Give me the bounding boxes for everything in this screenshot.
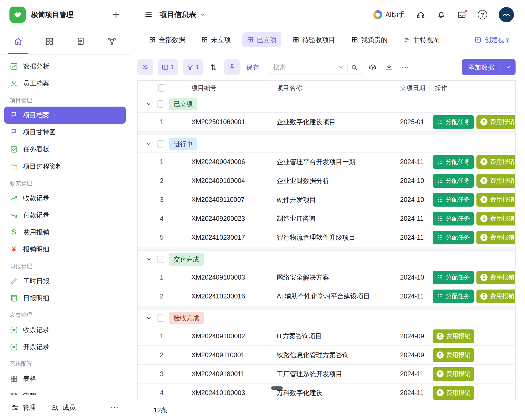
- sidebar-item-invoice-out[interactable]: 开票记录: [4, 338, 126, 355]
- view-settings-button[interactable]: [137, 59, 153, 75]
- group-checkbox[interactable]: [157, 100, 164, 108]
- sidebar-item-project-gantt[interactable]: 项目甘特图: [4, 124, 126, 141]
- expense-button[interactable]: $费用报销: [476, 212, 515, 225]
- save-button[interactable]: 保存: [245, 63, 261, 72]
- project-name: 工厂管理系统开发项目: [271, 365, 396, 384]
- view-tab-gantt[interactable]: 甘特视图: [399, 32, 444, 47]
- message-center-button[interactable]: [457, 10, 466, 19]
- group-collapse-button[interactable]: [145, 315, 152, 322]
- assign-task-button[interactable]: 分配任务: [433, 193, 474, 207]
- nav-tab-tables[interactable]: [39, 29, 60, 54]
- group-checkbox[interactable]: [157, 314, 164, 322]
- sidebar-item-expense[interactable]: $ 费用报销: [4, 224, 126, 241]
- sidebar-item-payments[interactable]: 付款记录: [4, 207, 126, 224]
- table-row[interactable]: 3 XM202409180011 工厂管理系统开发项目 2024-11 $费用报…: [138, 365, 515, 384]
- table-row[interactable]: 1 XM202501060001 企业数字化建设项目 2025-01 分配任务 …: [138, 113, 515, 132]
- table-row[interactable]: 5 XM202410230017 智行物流管理软件升级项目 2024-11 分配…: [138, 228, 515, 247]
- ai-assistant-button[interactable]: AI助手: [373, 10, 405, 19]
- table-row[interactable]: 2 XM202410230016 AI 辅助个性化学习平台建设项目 2024-1…: [138, 287, 515, 306]
- sidebar-item-data-analysis[interactable]: 数据分析: [4, 58, 126, 75]
- dollar-icon: $: [10, 228, 18, 236]
- hidden-fields-button[interactable]: 1: [158, 59, 178, 75]
- expense-button[interactable]: $费用报销: [476, 271, 515, 284]
- manage-button[interactable]: 管理: [11, 403, 36, 412]
- sidebar-item-invoice-in[interactable]: 收票记录: [4, 321, 126, 338]
- view-tab-pending-acceptance[interactable]: 待验收项目: [288, 32, 340, 47]
- view-tab-not-started[interactable]: 未立项: [197, 32, 235, 47]
- sidebar-item-task-board[interactable]: 任务看板: [4, 141, 126, 158]
- expense-button[interactable]: $费用报销: [433, 386, 474, 400]
- search-scope-chevron-icon[interactable]: [338, 64, 344, 70]
- group-collapse-button[interactable]: [145, 101, 152, 107]
- group-checkbox[interactable]: [157, 256, 164, 263]
- calculator-icon: [10, 294, 18, 302]
- search-input[interactable]: [273, 64, 335, 71]
- sidebar-item-work-daily[interactable]: 工时日报: [4, 272, 126, 290]
- expense-button[interactable]: $费用报销: [476, 193, 515, 207]
- assign-task-button[interactable]: 分配任务: [433, 290, 474, 303]
- table-row[interactable]: 1 XM202409040006 企业管理平台开发项目一期 2024-11 分配…: [138, 153, 515, 171]
- expense-button[interactable]: $费用报销: [433, 329, 474, 343]
- expense-button[interactable]: $费用报销: [476, 290, 515, 303]
- add-data-button[interactable]: 添加数据: [462, 59, 516, 75]
- sidebar-item-label: 员工档案: [23, 79, 49, 88]
- create-view-button[interactable]: 创建视图: [474, 35, 511, 44]
- sidebar-item-daily-detail[interactable]: 日报明细: [4, 290, 126, 307]
- expense-button[interactable]: $费用报销: [476, 115, 515, 129]
- assign-task-button[interactable]: 分配任务: [433, 271, 474, 284]
- table-row[interactable]: 4 XM202409200023 制造业IT咨询 2024-11 分配任务 $费…: [138, 209, 515, 228]
- horizontal-scrollbar-thumb[interactable]: [271, 386, 283, 390]
- assign-task-button[interactable]: 分配任务: [433, 212, 474, 225]
- assign-task-button[interactable]: 分配任务: [433, 174, 474, 188]
- support-button[interactable]: [416, 10, 425, 19]
- expense-button[interactable]: $费用报销: [476, 155, 515, 169]
- search-submit-button[interactable]: [351, 64, 358, 71]
- export-button[interactable]: [383, 63, 395, 71]
- import-button[interactable]: [367, 63, 379, 71]
- toolbar-more-button[interactable]: [400, 63, 411, 71]
- view-tab-approved[interactable]: 已立项: [242, 32, 281, 47]
- help-button[interactable]: ?: [478, 10, 487, 19]
- notifications-button[interactable]: [437, 10, 446, 19]
- pin-button[interactable]: [224, 59, 240, 75]
- assign-task-button[interactable]: 分配任务: [433, 115, 474, 129]
- user-avatar[interactable]: [499, 7, 514, 22]
- sidebar-more-button[interactable]: [110, 403, 119, 412]
- table-row[interactable]: 3 XM202409110007 硬件开发项目 2024-10 分配任务 $费用…: [138, 190, 515, 209]
- sidebar-item-flows[interactable]: 流程: [4, 387, 126, 395]
- sidebar-item-receipts[interactable]: 收款记录: [4, 190, 126, 207]
- sidebar-item-expense-detail[interactable]: ¥ 报销明细: [4, 241, 126, 258]
- group-collapse-button[interactable]: [145, 256, 152, 263]
- sidebar-item-tables[interactable]: 表格: [4, 370, 126, 387]
- table-row[interactable]: 2 XM202409100004 企业业财数据分析 2024-10 分配任务 $…: [138, 171, 515, 190]
- assign-task-button[interactable]: 分配任务: [433, 231, 474, 244]
- nav-tab-forms[interactable]: [70, 29, 91, 54]
- table-row[interactable]: 1 XM202409100003 网络安全解决方案 2024-10 分配任务 $…: [138, 268, 515, 287]
- group-checkbox[interactable]: [157, 140, 164, 148]
- view-tab-all-data[interactable]: 全部数据: [144, 32, 190, 47]
- table-row[interactable]: 2 XM202409110001 铁路信息化管理方案咨询 2024-09 $费用…: [138, 346, 515, 365]
- project-name: 企业数字化建设项目: [271, 113, 396, 132]
- sidebar-item-project-files[interactable]: 项目档案: [4, 107, 126, 124]
- add-workspace-button[interactable]: [112, 10, 120, 19]
- group-collapse-button[interactable]: [145, 140, 152, 147]
- table-row[interactable]: 4 XM202410100003 万科数字化建设 2024-11 $费用报销: [138, 384, 515, 402]
- view-title-wrap[interactable]: 项目信息表: [160, 10, 206, 20]
- expense-button[interactable]: $费用报销: [476, 174, 515, 188]
- filter-button[interactable]: 1: [183, 59, 203, 75]
- sidebar-item-label: 项目甘特图: [23, 128, 56, 136]
- select-all-checkbox[interactable]: [158, 84, 165, 92]
- expense-button[interactable]: $费用报销: [476, 231, 515, 244]
- members-button[interactable]: 成员: [51, 403, 76, 412]
- table-row[interactable]: 1 XM202409100002 IT方案咨询项目 2024-09 $费用报销: [138, 327, 515, 346]
- view-tab-my-projects[interactable]: 我负责的: [347, 32, 392, 47]
- nav-tab-workflow[interactable]: [102, 29, 122, 54]
- nav-tab-home[interactable]: [8, 29, 28, 54]
- expense-button[interactable]: $费用报销: [433, 348, 474, 362]
- sidebar-item-project-docs[interactable]: 项目过程资料: [4, 158, 126, 175]
- collapse-sidebar-button[interactable]: [144, 10, 153, 19]
- sidebar-item-employee-files[interactable]: 员工档案: [4, 75, 126, 92]
- assign-task-button[interactable]: 分配任务: [433, 155, 474, 169]
- sort-button[interactable]: [208, 63, 219, 71]
- expense-button[interactable]: $费用报销: [433, 367, 474, 381]
